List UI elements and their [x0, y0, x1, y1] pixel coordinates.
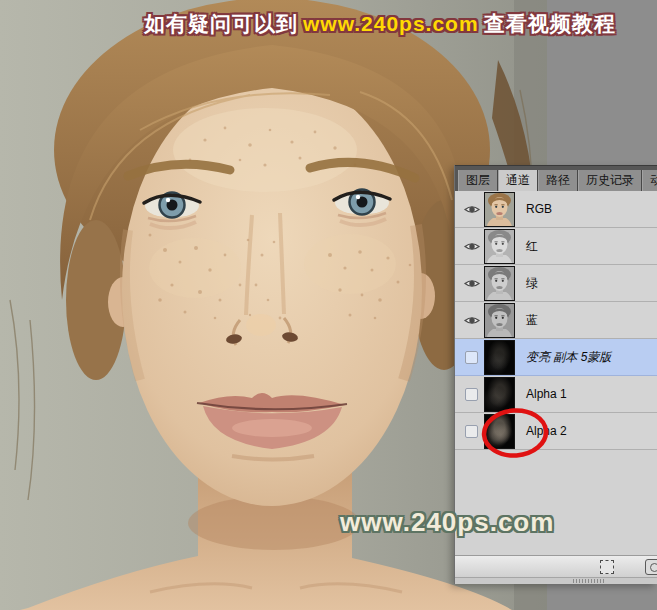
channel-thumbnail[interactable] — [484, 192, 515, 227]
visibility-toggle[interactable] — [459, 351, 484, 364]
channel-name: RGB — [526, 202, 552, 216]
eye-icon — [464, 278, 480, 289]
tutorial-banner: 如有疑问可以到www.240ps.com查看视频教程 — [144, 10, 616, 38]
eye-off-box — [465, 388, 478, 401]
channel-name: Alpha 2 — [526, 424, 567, 438]
channel-thumbnail[interactable] — [484, 340, 515, 375]
load-selection-icon[interactable] — [600, 560, 614, 574]
channel-row-mask[interactable]: 变亮 副本 5蒙版 — [455, 339, 657, 376]
panel-bottom-edge — [455, 577, 657, 584]
visibility-toggle[interactable] — [459, 425, 484, 438]
visibility-toggle[interactable] — [459, 241, 484, 252]
channel-name: 绿 — [526, 275, 538, 292]
channel-row-red[interactable]: 红 — [455, 228, 657, 265]
screenshot-stage: 图层 通道 路径 历史记录 动作 RGB — [0, 0, 657, 610]
channel-name: 蓝 — [526, 312, 538, 329]
channel-list: RGB 红 — [455, 191, 657, 450]
save-selection-icon[interactable] — [645, 559, 657, 575]
eye-off-box — [465, 425, 478, 438]
tab-layers[interactable]: 图层 — [458, 170, 498, 191]
channel-thumbnail[interactable] — [484, 414, 515, 449]
channel-row-alpha1[interactable]: Alpha 1 — [455, 376, 657, 413]
visibility-toggle[interactable] — [459, 388, 484, 401]
channel-row-green[interactable]: 绿 — [455, 265, 657, 302]
tab-channels[interactable]: 通道 — [498, 170, 538, 191]
channel-row-alpha2[interactable]: Alpha 2 — [455, 413, 657, 450]
channel-name: 变亮 副本 5蒙版 — [526, 349, 611, 366]
channel-row-blue[interactable]: 蓝 — [455, 302, 657, 339]
visibility-toggle[interactable] — [459, 204, 484, 215]
channel-thumbnail[interactable] — [484, 266, 515, 301]
channel-thumbnail[interactable] — [484, 229, 515, 264]
banner-suffix: 查看视频教程 — [484, 12, 616, 35]
channel-thumbnail[interactable] — [484, 303, 515, 338]
watermark-text: www.240ps.com — [340, 507, 554, 538]
visibility-toggle[interactable] — [459, 278, 484, 289]
eye-off-box — [465, 351, 478, 364]
banner-prefix: 如有疑问可以到 — [144, 12, 298, 35]
visibility-toggle[interactable] — [459, 315, 484, 326]
tab-paths[interactable]: 路径 — [538, 170, 578, 191]
channel-name: 红 — [526, 238, 538, 255]
eye-icon — [464, 241, 480, 252]
channel-name: Alpha 1 — [526, 387, 567, 401]
channel-thumbnail[interactable] — [484, 377, 515, 412]
eye-icon — [464, 204, 480, 215]
panel-status-bar — [455, 555, 657, 577]
resize-grip[interactable] — [573, 579, 605, 583]
panel-tab-bar: 图层 通道 路径 历史记录 动作 — [455, 165, 657, 191]
channel-row-rgb[interactable]: RGB — [455, 191, 657, 228]
tab-actions[interactable]: 动作 — [642, 170, 657, 191]
banner-url: www.240ps.com — [298, 12, 484, 35]
tab-history[interactable]: 历史记录 — [578, 170, 642, 191]
eye-icon — [464, 315, 480, 326]
